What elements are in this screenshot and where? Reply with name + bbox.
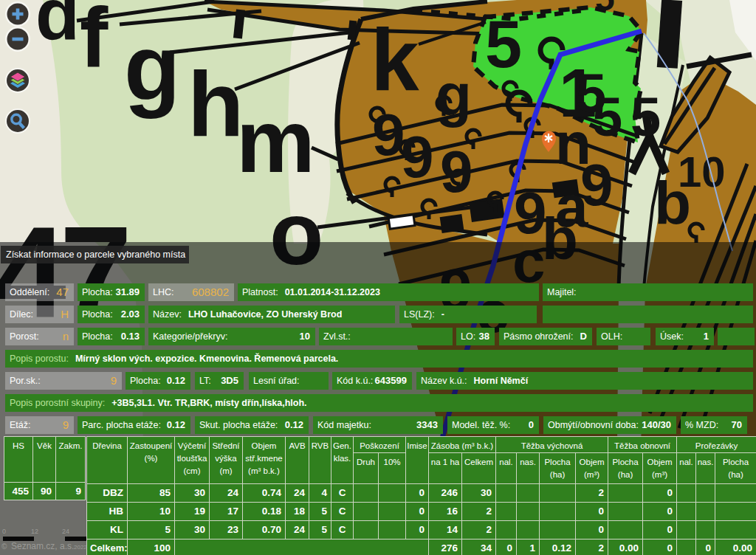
svg-text:5: 5 (592, 86, 622, 148)
svg-text:h: h (188, 52, 244, 155)
svg-text:5: 5 (485, 7, 522, 81)
svg-text:g: g (436, 62, 472, 128)
svg-text:10: 10 (678, 148, 726, 196)
svg-text:9: 9 (372, 102, 405, 168)
svg-text:m: m (236, 92, 315, 190)
svg-text:5: 5 (630, 86, 661, 148)
svg-text:9: 9 (401, 124, 434, 190)
svg-text:5: 5 (595, 0, 615, 18)
svg-text:d: d (35, 0, 80, 55)
svg-text:f: f (80, 0, 109, 85)
svg-text:k: k (371, 11, 419, 108)
svg-text:9: 9 (440, 139, 473, 204)
svg-text:g: g (124, 16, 180, 119)
